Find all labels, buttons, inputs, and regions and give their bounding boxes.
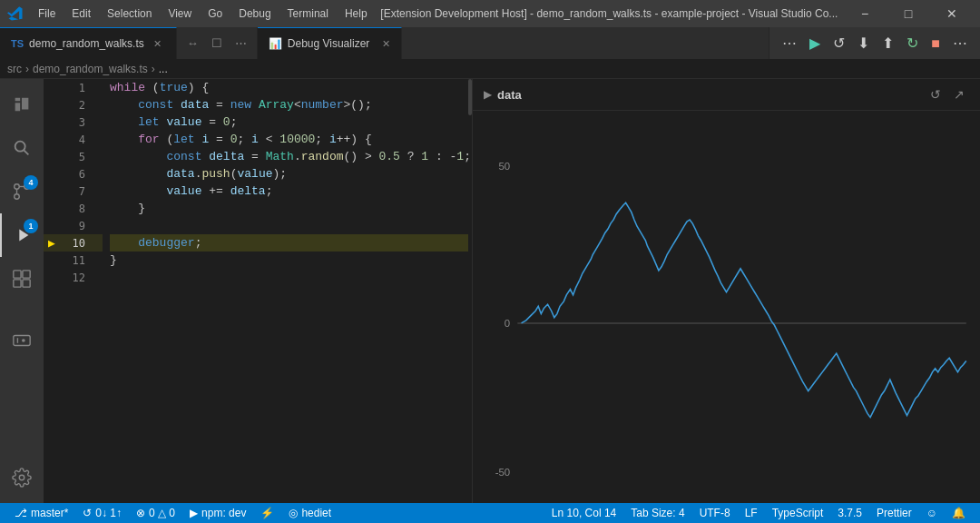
eol-label: LF (745, 507, 758, 519)
activity-bar: 4 1 (0, 79, 44, 503)
debug-step-out-button[interactable]: ⬆ (877, 31, 899, 55)
sidebar-item-extensions[interactable] (0, 257, 44, 301)
encoding-label: UTF-8 (700, 507, 730, 519)
chart-line (522, 202, 966, 417)
status-git-branch[interactable]: ⎇ master* (7, 507, 75, 519)
gutter-row: 6 (44, 165, 103, 183)
menu-help[interactable]: Help (338, 5, 375, 22)
status-errors[interactable]: ⊗ 0 △ 0 (129, 507, 182, 519)
debug-step-into-button[interactable]: ⬇ (852, 31, 875, 55)
status-left: ⎇ master* ↺ 0↓ 1↑ ⊗ 0 △ 0 ▶ npm: dev ⚡ ◎… (7, 507, 338, 519)
breadcrumb-src[interactable]: src (7, 63, 22, 75)
code-line-4: for (let i = 0; i < 10000; i++) { (110, 131, 468, 148)
code-line-1: while (true) { (110, 79, 468, 96)
close-button[interactable]: ✕ (931, 0, 973, 27)
svg-rect-9 (14, 280, 21, 287)
tab-debug-visualizer[interactable]: 📊 Debug Visualizer ✕ (258, 27, 403, 59)
status-eol[interactable]: LF (738, 507, 765, 519)
sidebar-item-remote[interactable] (0, 319, 44, 362)
tab-editor-close[interactable]: ✕ (150, 36, 165, 52)
formatter-label: Prettier (877, 507, 912, 519)
status-user[interactable]: ◎ hediet (281, 507, 338, 519)
status-feedback[interactable]: ☺ (919, 507, 945, 519)
status-right: Ln 10, Col 14 Tab Size: 4 UTF-8 LF TypeS… (544, 507, 973, 519)
debug-step-over-button[interactable]: ↺ (828, 31, 850, 55)
debug-dots-icon[interactable]: ⋯ (777, 31, 802, 55)
status-bar: ⎇ master* ↺ 0↓ 1↑ ⊗ 0 △ 0 ▶ npm: dev ⚡ ◎… (0, 503, 980, 523)
gutter-row: 1 (44, 79, 103, 96)
panel-header-actions: ↺ ↗ (926, 84, 969, 104)
split-editor-icon[interactable]: ☐ (207, 34, 227, 53)
code-area[interactable]: 1 2 3 4 (44, 79, 472, 503)
status-sync[interactable]: ↺ 0↓ 1↑ (75, 507, 129, 519)
status-version[interactable]: 3.7.5 (830, 507, 869, 519)
debug-restart-button[interactable]: ↻ (901, 31, 924, 55)
breadcrumb-symbol[interactable]: ... (159, 63, 168, 75)
tab-size-label: Tab Size: 4 (631, 507, 684, 519)
minimize-button[interactable]: − (844, 0, 886, 27)
debug-tab-close[interactable]: ✕ (382, 38, 390, 50)
code-line-3: let value = 0; (110, 113, 468, 131)
status-notification[interactable]: 🔔 (945, 507, 973, 519)
menu-edit[interactable]: Edit (64, 5, 98, 22)
code-content[interactable]: while (true) { const data = new Array<nu… (103, 79, 468, 503)
activity-bottom (0, 456, 44, 503)
vscode-logo-icon (7, 5, 24, 22)
status-tab-size[interactable]: Tab Size: 4 (623, 507, 691, 519)
sync-label: 0↓ 1↑ (95, 507, 122, 519)
breadcrumb-file[interactable]: demo_random_walks.ts (33, 63, 148, 75)
debug-visualizer-icon: 📊 (269, 37, 282, 50)
menu-go[interactable]: Go (201, 5, 230, 22)
svg-point-13 (22, 339, 25, 342)
menu-file[interactable]: File (31, 5, 63, 22)
refresh-icon[interactable]: ↺ (926, 84, 946, 104)
tab-editor[interactable]: TS demo_random_walks.ts ✕ (0, 27, 177, 59)
gutter-row: 12 (44, 269, 103, 286)
y-label-neg50: -50 (495, 467, 510, 478)
status-lightning[interactable]: ⚡ (253, 507, 281, 519)
debug-panel: ▶ data ↺ ↗ 50 0 -50 0 2k 4 (472, 79, 980, 503)
gutter-row-debugger: ▶ 10 (44, 234, 103, 252)
tab-left-actions: ↔ ☐ ⋯ (177, 27, 257, 59)
menu-terminal[interactable]: Terminal (280, 5, 336, 22)
menu-selection[interactable]: Selection (100, 5, 159, 22)
more-actions-icon[interactable]: ⋯ (230, 34, 251, 53)
status-run-task[interactable]: ▶ npm: dev (182, 507, 253, 519)
code-line-11: } (110, 252, 468, 269)
gutter-row: 7 (44, 183, 103, 200)
run-badge: 1 (24, 219, 38, 233)
expand-icon[interactable]: ▶ (484, 88, 492, 101)
status-position[interactable]: Ln 10, Col 14 (544, 507, 623, 519)
error-icon: ⊗ (136, 507, 145, 519)
editor-gutter: 1 2 3 4 (44, 79, 103, 503)
status-encoding[interactable]: UTF-8 (692, 507, 738, 519)
sidebar-item-run[interactable]: 1 (0, 213, 44, 257)
sidebar-item-search[interactable] (0, 126, 44, 170)
debug-continue-button[interactable]: ▶ (804, 31, 826, 55)
tab-editor-label: demo_random_walks.ts (29, 37, 144, 50)
y-label-50: 50 (498, 161, 510, 172)
maximize-button[interactable]: □ (887, 0, 929, 27)
open-external-icon[interactable]: ↗ (949, 84, 969, 104)
code-line-7: value += delta; (110, 183, 468, 200)
editor-tabs: TS demo_random_walks.ts ✕ ↔ ☐ ⋯ (0, 27, 257, 59)
version-label: 3.7.5 (838, 507, 862, 519)
compare-icon[interactable]: ↔ (182, 34, 203, 53)
debug-stop-button[interactable]: ■ (926, 32, 946, 55)
line-num-7: 7 (60, 185, 93, 198)
run-task-icon: ▶ (190, 507, 198, 519)
scrollbar[interactable] (468, 79, 472, 503)
gutter-row: 5 (44, 148, 103, 165)
debug-more-button[interactable]: ⋯ (947, 31, 973, 55)
svg-point-0 (15, 142, 25, 152)
tab-bar: TS demo_random_walks.ts ✕ ↔ ☐ ⋯ 📊 Debug … (0, 27, 980, 59)
menu-debug[interactable]: Debug (231, 5, 278, 22)
status-language[interactable]: TypeScript (765, 507, 831, 519)
sidebar-item-settings[interactable] (0, 456, 44, 499)
lightning-icon: ⚡ (260, 507, 274, 519)
status-formatter[interactable]: Prettier (869, 507, 919, 519)
sidebar-item-explorer[interactable] (0, 83, 44, 126)
sidebar-item-source-control[interactable]: 4 (0, 170, 44, 213)
menu-view[interactable]: View (161, 5, 199, 22)
scrollbar-thumb[interactable] (468, 79, 472, 115)
